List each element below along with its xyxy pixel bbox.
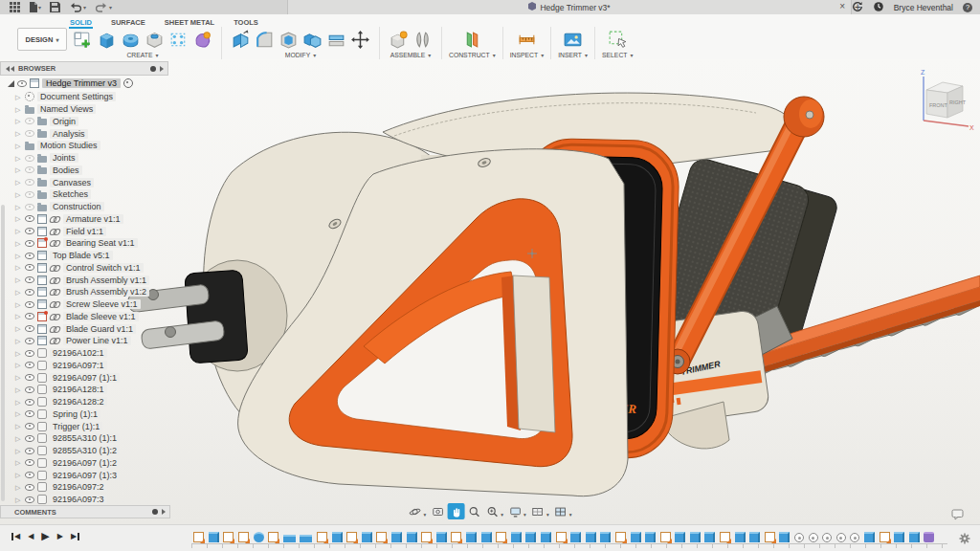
- visibility-eye-icon[interactable]: [25, 423, 34, 430]
- grid-layout-icon[interactable]: [529, 503, 546, 519]
- timeline-feature-ex[interactable]: [570, 532, 581, 542]
- caret-down-icon[interactable]: ▾: [424, 512, 427, 518]
- tree-item[interactable]: ▷Brush Assembly v1:2: [0, 286, 168, 298]
- visibility-eye-icon[interactable]: [25, 313, 34, 320]
- timeline-feature-ex[interactable]: [894, 532, 904, 542]
- timeline-feature-ex[interactable]: [690, 532, 701, 542]
- tree-item-label[interactable]: 92855A310 (1):2: [50, 446, 120, 455]
- timeline-feature-ex[interactable]: [436, 532, 447, 542]
- tree-item-label[interactable]: Blade Guard v1:1: [63, 324, 136, 334]
- tree-item-label[interactable]: Canvases: [50, 178, 94, 187]
- expand-arrow-icon[interactable]: ▷: [15, 325, 22, 332]
- visibility-eye-icon[interactable]: [25, 362, 34, 368]
- insert-image-icon[interactable]: [561, 29, 585, 51]
- tree-item[interactable]: ▷Control Switch v1:1: [0, 262, 168, 275]
- combine-icon[interactable]: [301, 29, 324, 51]
- expand-arrow-icon[interactable]: ▷: [15, 106, 22, 113]
- tree-item-label[interactable]: Field v1:1: [63, 227, 106, 236]
- tree-item[interactable]: ▷Sketches: [0, 188, 168, 201]
- tree-item[interactable]: ▷Analysis: [0, 127, 168, 140]
- timeline-feature-ex[interactable]: [332, 532, 343, 542]
- expand-arrow-icon[interactable]: ▷: [15, 301, 22, 308]
- sync-icon[interactable]: [852, 1, 863, 14]
- tree-item[interactable]: ▷92196A097 (1):3: [0, 469, 168, 481]
- tree-item[interactable]: ▷Field v1:1: [0, 225, 168, 237]
- root-component-label[interactable]: Hedge Trimmer v3: [42, 78, 121, 88]
- tree-item[interactable]: ▷Document Settings: [0, 91, 168, 103]
- timeline-feature-ex[interactable]: [541, 532, 551, 542]
- look-at-icon[interactable]: [429, 503, 446, 519]
- select-group-label[interactable]: SELECT▾: [602, 52, 633, 58]
- visibility-eye-icon[interactable]: [25, 374, 34, 381]
- comments-panel[interactable]: COMMENTS: [0, 505, 170, 518]
- fillet-icon[interactable]: [253, 29, 277, 51]
- caret-down-icon[interactable]: ▾: [546, 512, 549, 518]
- tree-item-label[interactable]: Named Views: [37, 104, 96, 114]
- expand-arrow-icon[interactable]: ▷: [15, 191, 22, 198]
- timeline-feature-ex[interactable]: [391, 532, 402, 542]
- tree-item-label[interactable]: 92196A128:1: [50, 385, 107, 394]
- user-name[interactable]: Bryce Heventhal: [894, 3, 953, 12]
- close-tab-icon[interactable]: ×: [839, 1, 845, 11]
- panel-expand-icon[interactable]: [160, 66, 164, 72]
- timeline-feature-ex[interactable]: [675, 532, 685, 542]
- caret-down-icon[interactable]: ▾: [523, 512, 526, 518]
- play-icon[interactable]: ▶: [41, 530, 49, 542]
- timeline-feature-ex[interactable]: [631, 532, 641, 542]
- comment-bubble-icon[interactable]: [951, 507, 965, 524]
- redo-icon[interactable]: ▾: [95, 2, 112, 12]
- timeline-feature-sk[interactable]: [421, 532, 432, 542]
- tree-item-label[interactable]: Brush Assembly v1:2: [63, 287, 149, 297]
- tree-item-label[interactable]: 92196A097 (1):2: [50, 458, 120, 468]
- timeline-feature-sk[interactable]: [880, 532, 890, 542]
- timeline-feature-ex[interactable]: [525, 532, 536, 542]
- create-group-label[interactable]: CREATE▾: [126, 52, 158, 58]
- tree-item-label[interactable]: Power Line v1:1: [63, 336, 131, 345]
- timeline-feature-ex[interactable]: [362, 532, 372, 542]
- tree-item-label[interactable]: Sketches: [50, 189, 91, 199]
- expand-arrow-icon[interactable]: ▷: [15, 118, 22, 124]
- tree-item[interactable]: ▷92196A128:2: [0, 396, 168, 408]
- timeline-feature-ex[interactable]: [209, 532, 219, 542]
- timeline-feature-jt[interactable]: [794, 533, 804, 542]
- expand-arrow-icon[interactable]: ▷: [15, 94, 22, 100]
- visibility-eye-icon[interactable]: [25, 155, 34, 162]
- timeline-feature-ex[interactable]: [645, 532, 656, 542]
- tree-item[interactable]: ▷Armature v1:1: [0, 213, 168, 226]
- visibility-eye-icon[interactable]: [25, 435, 34, 442]
- revolve-icon[interactable]: [119, 29, 143, 51]
- visibility-eye-icon[interactable]: [25, 289, 34, 296]
- expand-arrow-icon[interactable]: ▷: [15, 240, 22, 247]
- timeline-feature-ex[interactable]: [864, 532, 875, 542]
- visibility-eye-icon[interactable]: [25, 264, 34, 271]
- view-cube[interactable]: Z X FRONT RIGHT: [907, 67, 976, 140]
- tree-item-label[interactable]: 92196A097:1: [50, 361, 107, 370]
- visibility-eye-icon[interactable]: [25, 459, 34, 466]
- tree-item-label[interactable]: 92196A102:1: [50, 348, 107, 358]
- tree-item-label[interactable]: Construction: [50, 202, 104, 211]
- tree-item[interactable]: ▷Construction: [0, 201, 168, 213]
- expand-arrow-icon[interactable]: ▷: [15, 386, 22, 393]
- expand-arrow-icon[interactable]: ▷: [15, 143, 22, 149]
- expand-arrow-icon[interactable]: ▷: [15, 410, 22, 417]
- visibility-eye-icon[interactable]: [25, 179, 34, 186]
- expand-arrow-icon[interactable]: ▷: [15, 423, 22, 430]
- expand-arrow-icon[interactable]: ▷: [15, 179, 22, 186]
- timeline-feature-ex[interactable]: [704, 532, 715, 542]
- tree-item-label[interactable]: Control Switch v1:1: [63, 263, 144, 273]
- timeline-feature-ex[interactable]: [735, 532, 746, 542]
- step-back-icon[interactable]: ◀: [28, 532, 33, 540]
- expand-arrow-icon[interactable]: ▷: [15, 459, 22, 466]
- extrude-icon[interactable]: [95, 29, 119, 51]
- tree-item[interactable]: ▷92855A310 (1):2: [0, 445, 168, 457]
- timeline-feature-sk[interactable]: [615, 532, 626, 542]
- caret-down-icon[interactable]: ▾: [501, 512, 503, 518]
- tree-item[interactable]: ▷92196A097 (1):2: [0, 457, 168, 470]
- help-icon[interactable]: ?: [963, 3, 972, 12]
- visibility-eye-icon[interactable]: [25, 253, 34, 259]
- skip-start-icon[interactable]: ◀: [11, 532, 20, 540]
- visibility-eye-icon[interactable]: [25, 276, 34, 283]
- construct-group-label[interactable]: CONSTRUCT▾: [449, 52, 496, 58]
- tree-item[interactable]: ▷Power Line v1:1: [0, 335, 168, 347]
- timeline-feature-jt[interactable]: [809, 533, 818, 542]
